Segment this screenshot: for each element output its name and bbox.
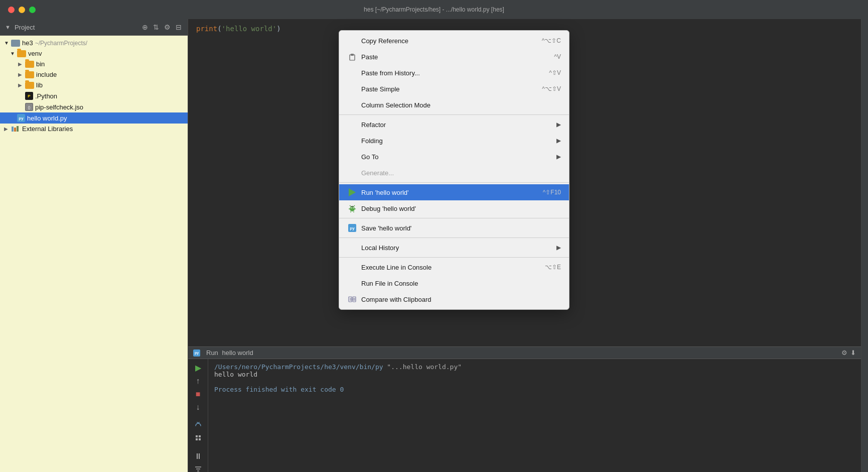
menu-item-goto[interactable]: Go To ▶	[339, 149, 569, 165]
menu-label-refactor: Refactor	[361, 121, 386, 129]
arrow-bin: ▶	[18, 61, 25, 67]
arrow-extlibs: ▶	[4, 126, 11, 132]
svg-rect-11	[351, 54, 354, 56]
settings-icon[interactable]: ⚙	[163, 22, 172, 32]
menu-label-generate: Generate...	[361, 169, 394, 177]
maximize-button[interactable]	[29, 7, 36, 13]
menu-item-exec-console[interactable]: Execute Line in Console ⌥⇧E	[339, 259, 569, 275]
paren-close: )	[276, 25, 280, 33]
tree-item-lib[interactable]: ▶ lib	[0, 80, 188, 90]
right-gutter	[861, 19, 868, 472]
arrow-include: ▶	[18, 72, 25, 77]
traffic-lights	[8, 7, 36, 13]
run-tab-label[interactable]: Run hello world	[206, 349, 253, 357]
tree-item-pip[interactable]: ▶ {} pip-selfcheck.jso	[0, 101, 188, 112]
run-icon	[347, 187, 357, 197]
menu-label-run: Run 'hello world'	[361, 189, 409, 196]
menu-label-compare-clipboard: Compare with Clipboard	[361, 296, 431, 303]
menu-item-copy-ref[interactable]: Copy Reference ^⌥⇧C	[339, 33, 569, 49]
folder-icon-venv	[17, 50, 26, 57]
menu-item-local-history[interactable]: Local History ▶	[339, 240, 569, 256]
keyword-print: print	[196, 25, 217, 33]
run-content: ▶ ↑ ■ ↓	[188, 359, 861, 472]
svg-rect-5	[196, 438, 198, 440]
title-bar: hes [~/PycharmProjects/hes] - .../hello …	[0, 0, 868, 19]
tree-label-helloworld: hello world.py	[27, 114, 67, 122]
arrow-venv: ▼	[10, 51, 17, 56]
menu-item-run[interactable]: Run 'hello world' ^⇧F10	[339, 184, 569, 200]
local-history-submenu-arrow: ▶	[556, 244, 561, 251]
run-up-button[interactable]: ↑	[193, 377, 204, 386]
goto-submenu-arrow: ▶	[556, 153, 561, 160]
svg-point-13	[351, 207, 352, 208]
menu-label-run-console: Run File in Console	[361, 280, 418, 287]
menu-item-paste-history[interactable]: Paste from History... ^⇧V	[339, 65, 569, 81]
local-history-icon	[347, 243, 357, 253]
sidebar-header: ▼ Project ⊕ ⇅ ⚙ ⊟	[0, 19, 188, 36]
menu-item-column-select[interactable]: Column Selection Mode	[339, 97, 569, 113]
svg-rect-6	[199, 438, 201, 440]
download-icon[interactable]: ⬇	[850, 349, 856, 357]
minimize-button[interactable]	[19, 7, 25, 13]
menu-label-local-history: Local History	[361, 244, 399, 252]
run-exit-line: Process finished with exit code 0	[214, 386, 855, 393]
menu-item-paste[interactable]: Paste ^V	[339, 49, 569, 65]
settings-run-icon[interactable]: ⚙	[841, 349, 847, 357]
project-tree: ▼ he3 ~/PycharmProjects/ ▼ venv ▶ bin ▶	[0, 36, 188, 472]
menu-sep-5	[339, 257, 569, 258]
menu-label-column-select: Column Selection Mode	[361, 101, 430, 109]
close-button[interactable]	[8, 7, 15, 13]
menu-sep-2	[339, 182, 569, 183]
menu-item-compare-clipboard[interactable]: Compare with Clipboard	[339, 291, 569, 307]
run-rerun-button[interactable]	[193, 422, 204, 430]
exec-console-icon	[347, 262, 357, 272]
add-content-icon[interactable]: ⊕	[141, 22, 149, 32]
menu-label-goto: Go To	[361, 153, 378, 161]
tree-item-extlibs[interactable]: ▶ External Libraries	[0, 124, 188, 134]
menu-label-exec-console: Execute Line in Console	[361, 264, 431, 271]
paste-simple-icon	[347, 84, 357, 94]
tree-label-extlibs: External Libraries	[22, 125, 73, 133]
run-output-line: hello world	[214, 371, 855, 378]
svg-rect-4	[199, 435, 201, 437]
tree-item-helloworld[interactable]: ▶ py hello world.py	[0, 112, 188, 124]
file-python-icon: P	[25, 92, 33, 100]
tree-item-he3[interactable]: ▼ he3 ~/PycharmProjects/	[0, 38, 188, 48]
collapse-icon[interactable]: ⊟	[175, 22, 183, 32]
copy-ref-icon	[347, 36, 357, 46]
menu-item-save[interactable]: py Save 'hello world'	[339, 220, 569, 236]
menu-item-debug[interactable]: Debug 'hello world'	[339, 200, 569, 216]
run-pause-button[interactable]: ⏸	[193, 452, 204, 461]
menu-item-generate: Generate...	[339, 165, 569, 181]
run-panel-toolbar: ⚙ ⬇	[841, 349, 856, 357]
sidebar-collapse-icon: ▼	[5, 24, 11, 30]
run-stop-button[interactable]: ■	[193, 390, 204, 399]
run-close-button[interactable]	[193, 434, 204, 442]
debug-icon	[347, 203, 357, 213]
paste-icon	[347, 52, 357, 62]
menu-item-run-console[interactable]: Run File in Console	[339, 275, 569, 291]
folding-submenu-arrow: ▶	[556, 137, 561, 144]
menu-shortcut-run: ^⇧F10	[543, 189, 561, 196]
tree-label-venv: venv	[28, 50, 42, 57]
menu-item-refactor[interactable]: Refactor ▶	[339, 116, 569, 133]
menu-label-paste-history: Paste from History...	[361, 69, 420, 77]
run-filter-button[interactable]	[193, 465, 204, 472]
tree-item-venv[interactable]: ▼ venv	[0, 48, 188, 59]
refactor-submenu-arrow: ▶	[556, 121, 561, 128]
run-play-button[interactable]: ▶	[193, 363, 204, 373]
run-label: Run	[206, 349, 218, 357]
tree-item-python[interactable]: ▶ P .Python	[0, 90, 188, 101]
tree-item-bin[interactable]: ▶ bin	[0, 59, 188, 69]
refactor-icon	[347, 120, 357, 130]
tree-item-include[interactable]: ▶ include	[0, 69, 188, 80]
sync-icon[interactable]: ⇅	[152, 22, 160, 32]
folder-icon-bin	[25, 61, 34, 68]
run-down-button[interactable]: ↓	[193, 403, 204, 412]
generate-icon	[347, 168, 357, 178]
file-py-icon: py	[17, 114, 25, 122]
svg-rect-0	[12, 127, 14, 132]
menu-item-folding[interactable]: Folding ▶	[339, 133, 569, 149]
menu-label-paste-simple: Paste Simple	[361, 85, 400, 93]
menu-item-paste-simple[interactable]: Paste Simple ^⌥⇧V	[339, 81, 569, 97]
